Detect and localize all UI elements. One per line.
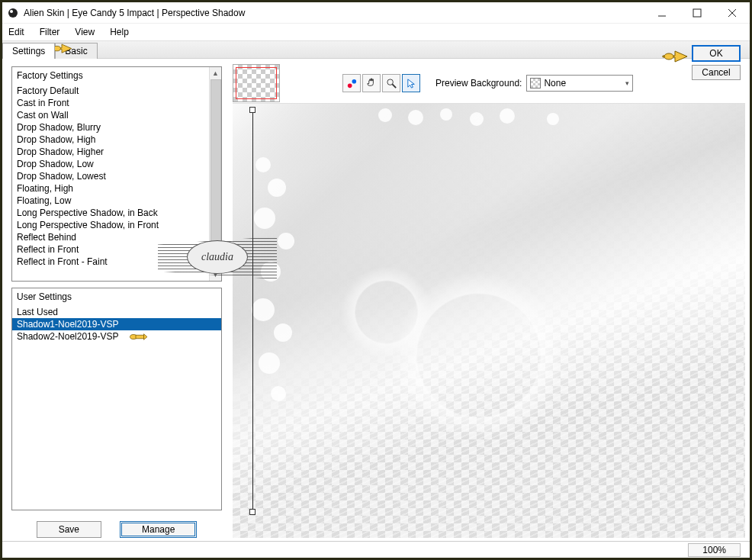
preview-background-select[interactable]: None ▾ (526, 75, 633, 92)
scroll-down-icon[interactable]: ▼ (210, 269, 222, 281)
svg-point-1 (10, 10, 13, 13)
settings-panel: Factory Settings Factory DefaultCast in … (2, 59, 228, 541)
tool-hand-icon[interactable] (362, 74, 381, 92)
menu-filter[interactable]: Filter (32, 25, 68, 39)
user-settings-list[interactable]: User Settings Last UsedShadow1-Noel2019-… (11, 288, 222, 510)
svg-point-18 (274, 323, 292, 342)
list-item[interactable]: Floating, High (12, 182, 221, 195)
ok-button[interactable]: OK (692, 45, 741, 62)
minimize-button[interactable] (644, 2, 680, 24)
list-item[interactable]: Cast in Front (12, 97, 221, 109)
preview-dots-overlay (233, 104, 745, 538)
list-item[interactable]: Drop Shadow, High (12, 134, 221, 146)
maximize-button[interactable] (680, 2, 715, 24)
preview-background-label: Preview Background: (435, 78, 522, 89)
tool-pointer-icon[interactable] (402, 74, 420, 92)
list-item[interactable]: Reflect in Front - Faint (12, 256, 221, 268)
svg-point-20 (271, 386, 286, 401)
menu-help[interactable]: Help (102, 25, 137, 39)
preview-background-value: None (544, 78, 625, 89)
preview-canvas[interactable] (233, 103, 745, 538)
svg-point-19 (259, 352, 280, 374)
tab-basic[interactable]: Basic (55, 43, 97, 59)
list-item[interactable]: Shadow1-Noel2019-VSP (12, 318, 221, 330)
manage-button[interactable]: Manage (120, 521, 197, 538)
svg-point-17 (252, 298, 275, 321)
list-item[interactable]: Drop Shadow, Blurry (12, 121, 221, 134)
list-item[interactable]: Factory Default (12, 85, 221, 97)
close-button[interactable] (715, 2, 750, 24)
tool-zoom-icon[interactable] (382, 74, 400, 92)
svg-point-21 (378, 108, 392, 122)
chevron-down-icon: ▾ (625, 79, 629, 87)
user-settings-header: User Settings (12, 288, 221, 306)
list-item[interactable]: Cast on Wall (12, 109, 221, 121)
menubar: Edit Filter View Help (2, 24, 750, 40)
list-item[interactable]: Long Perspective Shadow, in Back (12, 207, 221, 219)
svg-point-22 (408, 110, 423, 125)
list-item[interactable]: Floating, Low (12, 195, 221, 207)
cancel-button[interactable]: Cancel (692, 65, 741, 80)
svg-point-26 (547, 113, 559, 125)
app-icon (7, 7, 19, 19)
svg-point-10 (387, 79, 393, 85)
svg-point-14 (254, 208, 275, 229)
transparency-swatch-icon (530, 78, 541, 89)
factory-settings-header: Factory Settings (12, 67, 221, 85)
titlebar: Alien Skin | Eye Candy 5 Impact | Perspe… (2, 2, 750, 24)
svg-point-23 (440, 108, 452, 121)
svg-point-9 (352, 79, 356, 83)
tab-row: Settings Basic (2, 40, 750, 59)
svg-point-0 (8, 8, 18, 18)
list-item[interactable]: Long Perspective Shadow, in Front (12, 219, 221, 231)
zoom-level: 100% (688, 543, 741, 557)
tool-eyedropper-icon[interactable] (342, 74, 361, 92)
save-button[interactable]: Save (37, 521, 101, 538)
crop-handle[interactable] (249, 509, 255, 515)
list-item[interactable]: Reflect Behind (12, 231, 221, 243)
scroll-thumb[interactable] (210, 79, 221, 255)
window-title: Alien Skin | Eye Candy 5 Impact | Perspe… (24, 8, 644, 18)
menu-edit[interactable]: Edit (5, 25, 32, 39)
tab-settings[interactable]: Settings (2, 43, 55, 59)
factory-settings-list[interactable]: Factory Settings Factory DefaultCast in … (11, 66, 222, 282)
svg-point-15 (278, 233, 294, 249)
scroll-up-icon[interactable]: ▲ (210, 67, 222, 79)
list-item[interactable]: Last Used (12, 306, 221, 318)
preview-thumbnail[interactable] (233, 64, 280, 102)
svg-rect-3 (693, 9, 701, 17)
list-item[interactable]: Drop Shadow, Higher (12, 146, 221, 158)
list-item[interactable]: Drop Shadow, Low (12, 158, 221, 170)
list-item[interactable]: Shadow2-Noel2019-VSP (12, 330, 221, 343)
menu-view[interactable]: View (67, 25, 102, 39)
svg-point-16 (261, 262, 281, 282)
svg-point-25 (500, 108, 515, 124)
svg-point-8 (347, 83, 352, 88)
preview-toolbar: Preview Background: None ▾ (228, 59, 750, 103)
svg-point-24 (470, 112, 484, 126)
svg-point-12 (255, 157, 271, 172)
list-item[interactable]: Reflect in Front (12, 243, 221, 256)
crop-handle[interactable] (249, 107, 255, 113)
scrollbar[interactable]: ▲ ▼ (209, 67, 221, 281)
svg-point-13 (268, 179, 286, 197)
crop-guide (252, 107, 253, 515)
svg-line-11 (392, 84, 396, 88)
statusbar: 100% (2, 541, 750, 558)
list-item[interactable]: Drop Shadow, Lowest (12, 170, 221, 182)
